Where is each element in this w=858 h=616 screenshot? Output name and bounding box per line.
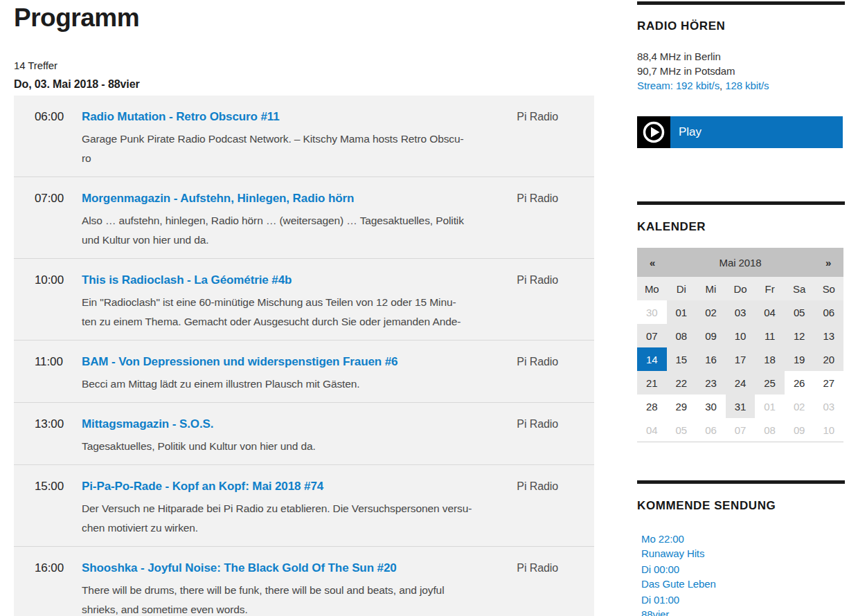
program-description: Tagesaktuelles, Politik und Kultur von h… [82,437,517,456]
calendar-day[interactable]: 30 [637,300,667,324]
calendar-day[interactable]: 27 [814,371,843,395]
program-description-line: shrieks, and sometime even words. [82,600,517,616]
program-body: Mittagsmagazin - S.O.S. Tagesaktuelles, … [82,416,517,456]
calendar-day[interactable]: 08 [755,418,785,442]
program-description-line: Ein "Radioclash" ist eine 60-minütige Mi… [82,293,517,312]
calendar-day[interactable]: 04 [755,300,785,324]
program-entry: 07:00 Morgenmagazin - Aufstehn, Hinlegen… [14,176,594,258]
program-station-label: Pi Radio [517,354,558,370]
program-title-link[interactable]: Radio Mutation - Retro Obscuro #11 [82,109,280,125]
calendar-day[interactable]: 30 [696,395,726,418]
calendar-day[interactable]: 06 [814,300,843,324]
calendar-weekday-label: Fr [755,283,785,295]
upcoming-title-link[interactable]: Runaway Hits [641,546,716,561]
calendar-weekday-label: Di [667,283,697,295]
upcoming-time-link[interactable]: Mo 22:00 [641,532,716,546]
program-title-link[interactable]: Pi-Pa-Po-Rade - Kopf an Kopf: Mai 2018 #… [82,478,323,495]
calendar-day[interactable]: 04 [637,418,667,442]
calendar-day[interactable]: 10 [726,324,756,347]
section-divider [637,1,845,5]
upcoming-item: Di 00:00 Das Gute Leben [641,562,716,591]
program-description: Ein "Radioclash" ist eine 60-minütige Mi… [82,293,517,332]
program-description-line: und Kultur von hier und da. [82,230,517,250]
calendar-day[interactable]: 03 [814,395,843,418]
program-entry: 13:00 Mittagsmagazin - S.O.S. Tagesaktue… [14,402,594,464]
program-time: 06:00 [35,109,82,125]
section-divider [637,201,845,205]
calendar-day[interactable]: 31 [726,395,756,418]
program-description-line: ro [82,149,517,168]
calendar-weekday-label: Mo [637,283,667,295]
program-body: Morgenmagazin - Aufstehn, Hinlegen, Radi… [82,190,517,250]
program-description: Garage Punk Pirate Radio Podcast Network… [82,129,517,168]
calendar-day[interactable]: 20 [814,347,843,371]
calendar-header: « Mai 2018 » [637,248,843,277]
calendar-day[interactable]: 21 [637,371,667,395]
calendar-day[interactable]: 01 [755,395,785,418]
program-body: BAM - Von Depressionen und widerspenstig… [82,354,517,394]
upcoming-title-link[interactable]: 88vier [641,607,716,616]
calendar-day[interactable]: 11 [755,324,785,347]
calendar-next-button[interactable]: » [813,257,843,269]
calendar-day[interactable]: 05 [667,418,697,442]
calendar-day[interactable]: 22 [667,371,697,395]
program-title-link[interactable]: Morgenmagazin - Aufstehn, Hinlegen, Radi… [82,190,354,207]
upcoming-time-link[interactable]: Di 01:00 [641,592,716,607]
play-button[interactable]: Play [637,116,843,148]
program-entry: 10:00 This is Radioclash - La Géométrie … [14,258,594,340]
program-time: 13:00 [35,416,82,433]
calendar-day[interactable]: 25 [755,371,785,395]
calendar-day[interactable]: 02 [785,395,814,418]
calendar-day[interactable]: 05 [785,300,814,324]
upcoming-title-link[interactable]: Das Gute Leben [641,577,716,591]
calendar-day[interactable]: 09 [785,418,814,442]
calendar-day[interactable]: 16 [696,347,726,371]
calendar-day[interactable]: 24 [726,371,756,395]
calendar-day-grid: 3001020304050607080910111213141516171819… [637,300,843,442]
calendar-day[interactable]: 03 [726,300,756,324]
calendar-prev-button[interactable]: « [637,257,668,269]
upcoming-item: Mo 22:00 Runaway Hits [641,532,716,561]
calendar-day[interactable]: 02 [696,300,726,324]
calendar-heading: KALENDER [637,220,706,234]
program-station-label: Pi Radio [517,416,558,433]
calendar-day[interactable]: 17 [726,347,756,371]
program-entry: 16:00 Shooshka - Joyful Noise: The Black… [14,546,594,616]
calendar-day[interactable]: 10 [814,418,843,442]
calendar-day[interactable]: 08 [667,324,697,347]
calendar-day[interactable]: 28 [637,395,667,418]
upcoming-item: Di 01:00 88vier [641,592,716,616]
section-divider [637,480,845,484]
program-time: 15:00 [35,478,82,495]
program-station-label: Pi Radio [517,190,558,207]
program-title-link[interactable]: BAM - Von Depressionen und widerspenstig… [82,354,397,370]
calendar-weekday-row: MoDiMiDoFrSaSo [637,277,843,300]
calendar-day[interactable]: 09 [696,324,726,347]
calendar-day[interactable]: 23 [696,371,726,395]
program-description: There will be drums, there will be funk,… [82,581,517,616]
calendar-day[interactable]: 15 [667,347,697,371]
calendar-day[interactable]: 01 [667,300,697,324]
calendar-day[interactable]: 18 [755,347,785,371]
calendar-day[interactable]: 14 [637,347,667,371]
calendar-day[interactable]: 26 [785,371,814,395]
calendar-day[interactable]: 13 [814,324,843,347]
calendar-day[interactable]: 06 [696,418,726,442]
stream-link-128[interactable]: 128 kbit/s [725,80,769,91]
calendar-day[interactable]: 07 [637,324,667,347]
program-body: Shooshka - Joyful Noise: The Black Gold … [82,560,517,616]
stream-link-192[interactable]: Stream: 192 kbit/s [637,80,720,91]
upcoming-time-link[interactable]: Di 00:00 [641,562,716,577]
calendar-day[interactable]: 19 [785,347,814,371]
program-body: This is Radioclash - La Géométrie #4b Ei… [82,272,517,332]
calendar-day[interactable]: 12 [785,324,814,347]
program-title-link[interactable]: Shooshka - Joyful Noise: The Black Gold … [82,560,397,577]
program-description: Der Versuch ne Hitparade bei Pi Radio zu… [82,499,517,538]
calendar-day[interactable]: 07 [726,418,756,442]
calendar-day[interactable]: 29 [667,395,697,418]
program-title-link[interactable]: This is Radioclash - La Géométrie #4b [82,272,292,289]
program-title-link[interactable]: Mittagsmagazin - S.O.S. [82,416,213,433]
upcoming-list: Mo 22:00 Runaway Hits Di 00:00 Das Gute … [641,532,716,616]
page-title: Programm [14,3,139,33]
program-description-line: chen motiviert zu wirken. [82,518,517,538]
